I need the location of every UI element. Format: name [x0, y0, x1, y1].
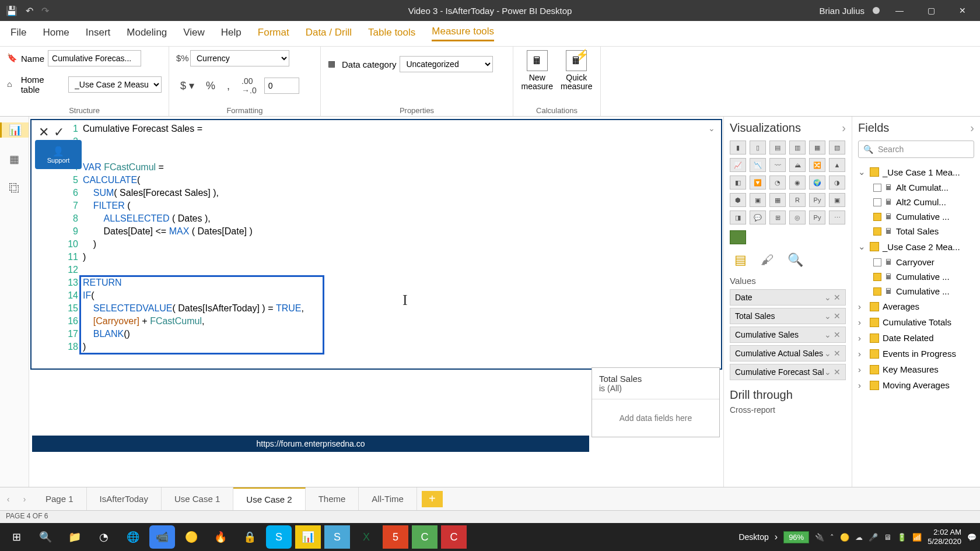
well-item[interactable]: Cumulative Sales⌄ ✕ [730, 327, 846, 343]
ribbon-tab-home[interactable]: Home [43, 27, 69, 41]
page-tab[interactable]: Use Case 1 [162, 487, 233, 510]
page-tab[interactable]: Page 1 [33, 487, 87, 510]
app-icon-1[interactable]: ◔ [91, 525, 117, 549]
field-item[interactable]: 🖩Alt Cumulat... [858, 180, 974, 195]
ribbon-tab-table-tools[interactable]: Table tools [368, 27, 415, 41]
ribbon-tab-view[interactable]: View [183, 27, 205, 41]
formula-commit-icon[interactable]: ✓ [54, 125, 64, 140]
measure-name-input[interactable] [48, 50, 141, 66]
powerbi-icon[interactable]: 📊 [295, 525, 321, 549]
field-checkbox[interactable] [873, 213, 881, 221]
viz-type-2[interactable]: ▤ [769, 141, 786, 155]
field-item[interactable]: 🖩Total Sales [858, 224, 974, 238]
viz-type-6[interactable]: 📈 [730, 158, 746, 172]
field-checkbox[interactable] [873, 227, 881, 236]
start-button[interactable]: ⊞ [4, 525, 29, 549]
currency-button[interactable]: $ ▾ [176, 78, 198, 94]
viz-type-11[interactable]: ▲ [829, 158, 845, 172]
viz-type-26[interactable]: ⊞ [769, 210, 786, 224]
viz-type-20[interactable]: ▦ [769, 193, 786, 207]
comma-button[interactable]: , [223, 78, 234, 94]
formula-expand-icon[interactable]: ⌄ [708, 124, 715, 133]
model-view-icon[interactable]: ⿻ [7, 181, 22, 196]
viz-type-25[interactable]: 💬 [750, 210, 766, 224]
power-icon[interactable]: 🔌 [815, 533, 824, 542]
well-dropdown-icon[interactable]: ⌄ [824, 293, 831, 302]
page-next-icon[interactable]: › [16, 494, 33, 504]
well-remove-icon[interactable]: ✕ [834, 349, 841, 358]
tray-icon-3[interactable]: 🎤 [869, 533, 878, 542]
viz-type-15[interactable]: ◉ [789, 176, 806, 189]
field-checkbox[interactable] [873, 287, 881, 296]
viz-type-1[interactable]: ▯ [750, 141, 766, 155]
filter-drop-area[interactable]: Add data fields here [592, 399, 719, 437]
viz-type-16[interactable]: 🌍 [809, 176, 825, 189]
close-button[interactable]: ✕ [951, 6, 974, 15]
app-icon-3[interactable]: 5 [383, 525, 408, 549]
ribbon-tab-data-drill[interactable]: Data / Drill [306, 27, 352, 41]
viz-type-13[interactable]: 🔽 [750, 176, 766, 189]
data-view-icon[interactable]: ▦ [7, 152, 22, 167]
field-checkbox[interactable] [873, 184, 881, 192]
well-item[interactable]: Total Sales⌄ ✕ [730, 308, 846, 324]
field-table[interactable]: ›Date Related [858, 330, 974, 346]
lock-icon[interactable]: 🔒 [237, 525, 262, 549]
code-editor[interactable]: 1Cumulative Forecast Sales =234VAR FCast… [66, 120, 721, 356]
viz-collapse-icon[interactable]: › [842, 121, 846, 135]
field-table[interactable]: ›Key Measures [858, 362, 974, 377]
viz-type-10[interactable]: 🔀 [809, 158, 825, 172]
add-page-button[interactable]: + [422, 491, 443, 507]
decimal-button[interactable]: .00→.0 [237, 75, 261, 97]
home-table-select[interactable]: _Use Case 2 Measu... [68, 76, 162, 93]
viz-type-27[interactable]: ◎ [789, 210, 806, 224]
maximize-button[interactable]: ▢ [919, 6, 943, 15]
well-item[interactable]: Cumulative Forecast Sal⌄ ✕ [730, 364, 846, 380]
camtasia-icon[interactable]: C [412, 525, 438, 549]
field-checkbox[interactable] [873, 273, 881, 281]
viz-type-28[interactable]: Py [809, 210, 825, 224]
well-dropdown-icon[interactable]: ⌄ [824, 330, 831, 339]
ribbon-tab-format[interactable]: Format [258, 27, 289, 41]
field-table[interactable]: ›Averages [858, 299, 974, 314]
field-table[interactable]: ⌄_Use Case 1 Mea... [858, 164, 974, 180]
field-checkbox[interactable] [873, 198, 881, 206]
viz-type-3[interactable]: ▥ [789, 141, 806, 155]
skype-icon[interactable]: S [266, 525, 292, 549]
format-mode-icon[interactable]: 🖌 [761, 252, 774, 268]
well-item[interactable]: Cumulative Actual Sales⌄ ✕ [730, 345, 846, 362]
chrome-icon[interactable]: 🟡 [178, 525, 204, 549]
redo-icon[interactable]: ↷ [41, 5, 49, 16]
desktop-label[interactable]: Desktop [738, 532, 768, 542]
well-dropdown-icon[interactable]: ⌄ [824, 349, 831, 358]
ribbon-tab-file[interactable]: File [10, 27, 26, 41]
well-remove-icon[interactable]: ✕ [834, 311, 841, 321]
tray-icon-4[interactable]: 🖥 [884, 533, 891, 542]
viz-type-19[interactable]: ▣ [750, 193, 766, 207]
quick-measure-button[interactable]: 🖩⚡ Quick measure [560, 50, 594, 92]
snagit-icon[interactable]: S [324, 525, 350, 549]
field-table[interactable]: ›Cumulative Totals [858, 314, 974, 330]
user-avatar-icon[interactable] [873, 7, 880, 14]
viz-type-4[interactable]: ▦ [809, 141, 825, 155]
clock[interactable]: 2:02 AM 5/28/2020 [928, 528, 961, 546]
viz-type-9[interactable]: ⛰ [789, 158, 806, 172]
format-select[interactable]: Currency [190, 50, 289, 66]
well-remove-icon[interactable]: ✕ [834, 293, 841, 302]
excel-icon[interactable]: X [354, 525, 379, 549]
decimals-input[interactable] [264, 78, 299, 94]
viz-type-8[interactable]: 〰 [769, 158, 786, 172]
field-item[interactable]: 🖩Alt2 Cumul... [858, 195, 974, 209]
viz-custom-icon[interactable] [730, 230, 746, 244]
page-prev-icon[interactable]: ‹ [0, 494, 16, 504]
tray-icon-1[interactable]: 🟡 [840, 533, 849, 542]
viz-type-5[interactable]: ▧ [829, 141, 845, 155]
field-table[interactable]: ›Moving Averages [858, 377, 974, 393]
well-dropdown-icon[interactable]: ⌄ [824, 311, 831, 321]
viz-type-29[interactable]: ⋯ [829, 210, 845, 224]
viz-type-24[interactable]: ◨ [730, 210, 746, 224]
viz-type-12[interactable]: ◧ [730, 176, 746, 189]
field-table[interactable]: ›Events in Progress [858, 346, 974, 362]
save-icon[interactable]: 💾 [6, 5, 18, 16]
page-tab[interactable]: Theme [306, 487, 359, 510]
fields-collapse-icon[interactable]: › [970, 121, 974, 135]
